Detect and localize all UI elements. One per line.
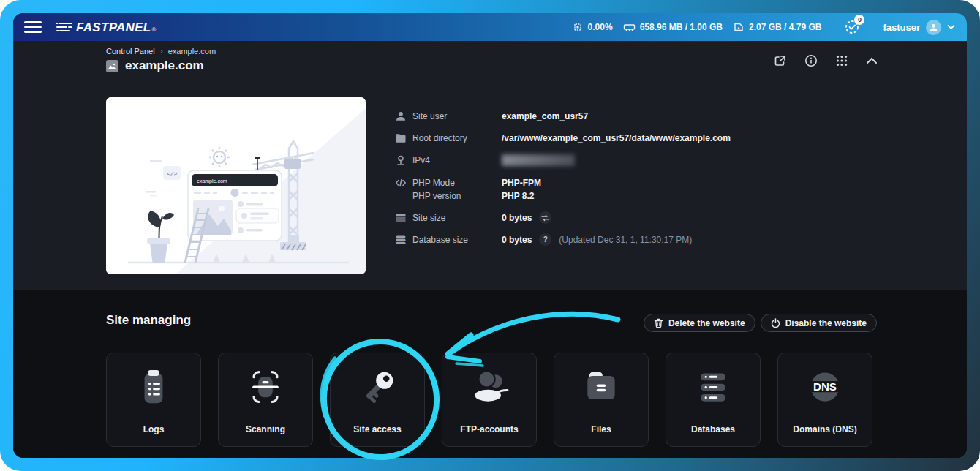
username: fastuser bbox=[883, 22, 920, 33]
cpu-icon bbox=[572, 21, 584, 33]
detail-row-root-directory: Root directory /var/www/example_com_usr5… bbox=[395, 132, 731, 144]
disable-website-button[interactable]: Disable the website bbox=[761, 314, 877, 332]
disable-website-label: Disable the website bbox=[785, 318, 867, 328]
card-label: Logs bbox=[107, 424, 200, 434]
card-logs[interactable]: Logs bbox=[106, 353, 201, 447]
site-illustration: example.com bbox=[106, 97, 366, 274]
site-managing-cards: Logs Scanning bbox=[106, 353, 872, 447]
ram-icon bbox=[623, 21, 636, 33]
user-icon bbox=[929, 23, 938, 32]
chevron-down-icon bbox=[947, 24, 955, 30]
ftp-accounts-icon bbox=[466, 365, 513, 410]
page-title: example.com bbox=[125, 59, 204, 73]
ipv4-label: IPv4 bbox=[412, 155, 502, 165]
code-icon bbox=[395, 177, 407, 189]
card-label: Files bbox=[554, 424, 648, 434]
fastpanel-logo-icon bbox=[56, 21, 72, 33]
user-menu[interactable]: fastuser bbox=[883, 20, 955, 35]
php-version-value: PHP 8.2 bbox=[502, 191, 534, 201]
database-size-value: 0 bytes bbox=[502, 235, 532, 245]
topbar: FASTPANEL ® 0.00% 658.96 MB / 1.00 bbox=[13, 13, 967, 41]
key-icon bbox=[354, 365, 401, 410]
disk-usage-stat: 2.07 GB / 4.79 GB bbox=[733, 21, 821, 33]
cpu-usage-value: 0.00% bbox=[588, 22, 613, 32]
card-site-access[interactable]: Site access bbox=[330, 353, 425, 447]
refresh-icon bbox=[541, 214, 549, 222]
site-user-value: example_com_usr57 bbox=[502, 111, 588, 121]
fastpanel-logo[interactable]: FASTPANEL ® bbox=[56, 20, 156, 35]
fastpanel-app: FASTPANEL ® 0.00% 658.96 MB / 1.00 bbox=[13, 13, 967, 458]
logo-registered-mark: ® bbox=[152, 26, 157, 33]
ram-usage-stat: 658.96 MB / 1.00 GB bbox=[623, 21, 723, 33]
tasks-button[interactable]: 0 bbox=[843, 18, 862, 37]
breadcrumb-control-panel[interactable]: Control Panel bbox=[106, 47, 155, 56]
svg-text:</>: </> bbox=[167, 170, 178, 177]
detail-row-site-user: Site user example_com_usr57 bbox=[395, 110, 588, 122]
card-databases[interactable]: Databases bbox=[666, 353, 761, 447]
folder-icon bbox=[395, 132, 407, 144]
database-icon bbox=[395, 234, 407, 246]
php-mode-value: PHP-FPM bbox=[502, 178, 541, 188]
dns-icon-text: DNS bbox=[813, 380, 837, 393]
database-size-label: Database size bbox=[412, 235, 502, 245]
card-label: FTP-accounts bbox=[442, 424, 536, 434]
php-mode-label: PHP Mode bbox=[412, 178, 502, 188]
screenshot-canvas: FASTPANEL ® 0.00% 658.96 MB / 1.00 bbox=[0, 0, 980, 471]
site-size-value: 0 bytes bbox=[502, 213, 532, 223]
detail-row-site-size: Site size 0 bytes bbox=[395, 211, 551, 224]
ipv4-value-redacted bbox=[502, 154, 575, 166]
site-user-label: Site user bbox=[412, 111, 502, 121]
root-directory-value: /var/www/example_com_usr57/data/www/exam… bbox=[502, 133, 731, 143]
card-label: Databases bbox=[666, 424, 760, 434]
disk-usage-value: 2.07 GB / 4.79 GB bbox=[749, 22, 821, 32]
card-files[interactable]: Files bbox=[554, 353, 649, 447]
breadcrumb: Control Panel › example.com bbox=[106, 46, 216, 56]
detail-row-database-size: Database size 0 bytes ? (Updated Dec 31,… bbox=[395, 233, 692, 246]
site-action-buttons: Delete the website Disable the website bbox=[644, 314, 877, 332]
root-directory-label: Root directory bbox=[412, 133, 502, 143]
breadcrumb-current: example.com bbox=[168, 47, 216, 56]
browser-window-icon bbox=[395, 212, 407, 224]
header-action-icons bbox=[774, 54, 878, 67]
site-favicon-icon bbox=[106, 60, 118, 72]
menu-icon[interactable] bbox=[24, 21, 42, 33]
card-label: Site access bbox=[331, 424, 424, 434]
info-icon[interactable] bbox=[804, 54, 818, 67]
open-site-external-link-icon[interactable] bbox=[774, 54, 787, 67]
refresh-site-size-button[interactable] bbox=[539, 211, 551, 224]
site-size-label: Site size bbox=[412, 213, 502, 223]
trash-icon bbox=[654, 318, 663, 328]
title-row: example.com bbox=[106, 59, 204, 73]
dns-globe-icon: DNS bbox=[802, 365, 848, 410]
card-domains-dns[interactable]: DNS Domains (DNS) bbox=[777, 353, 872, 447]
delete-website-label: Delete the website bbox=[668, 318, 745, 328]
user-icon bbox=[395, 110, 407, 122]
php-version-label: PHP version bbox=[412, 191, 502, 201]
topbar-divider bbox=[832, 20, 832, 34]
logs-icon bbox=[130, 365, 177, 410]
topbar-divider bbox=[872, 20, 872, 34]
files-folder-icon bbox=[578, 365, 625, 410]
card-scanning[interactable]: Scanning bbox=[218, 353, 313, 447]
database-size-updated-note: (Updated Dec 31, 1, 11:30:17 PM) bbox=[559, 235, 692, 245]
ram-usage-value: 658.96 MB / 1.00 GB bbox=[640, 22, 723, 32]
database-size-help-button[interactable]: ? bbox=[539, 233, 551, 246]
site-managing-title: Site managing bbox=[106, 313, 191, 328]
breadcrumb-separator-icon: › bbox=[160, 46, 163, 56]
avatar bbox=[926, 20, 941, 35]
card-label: Domains (DNS) bbox=[778, 424, 872, 434]
location-pin-icon bbox=[395, 154, 407, 166]
collapse-chevron-up-icon[interactable] bbox=[866, 57, 878, 64]
power-icon bbox=[771, 318, 780, 328]
databases-icon bbox=[690, 365, 736, 410]
detail-row-ipv4: IPv4 bbox=[395, 154, 575, 166]
tasks-badge: 0 bbox=[854, 15, 864, 25]
detail-row-php-version: PHP version PHP 8.2 bbox=[395, 189, 534, 202]
card-label: Scanning bbox=[219, 424, 312, 434]
detail-row-php-mode: PHP Mode PHP-FPM bbox=[395, 176, 541, 189]
card-ftp-accounts[interactable]: FTP-accounts bbox=[442, 353, 537, 447]
illustration-domain: example.com bbox=[197, 178, 227, 184]
disk-icon bbox=[733, 21, 745, 33]
delete-website-button[interactable]: Delete the website bbox=[644, 314, 755, 332]
apps-grid-icon[interactable] bbox=[835, 54, 848, 67]
